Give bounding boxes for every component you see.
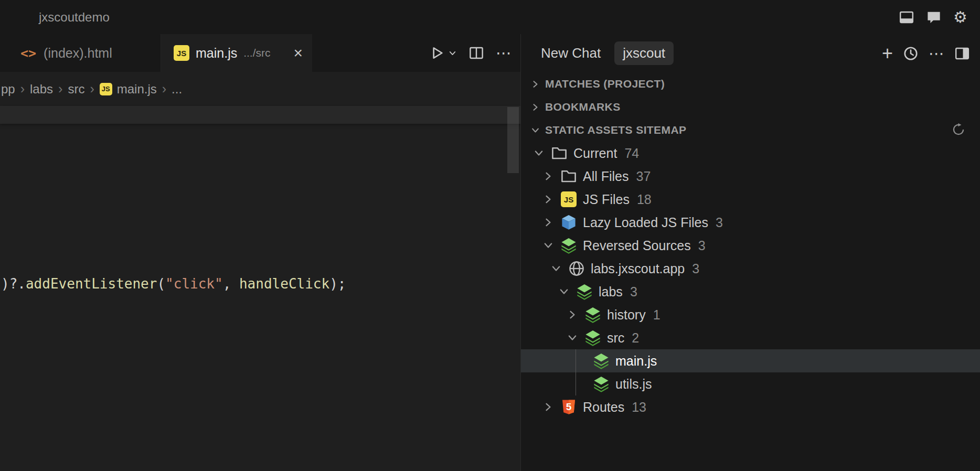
tree-item-label: main.js bbox=[615, 354, 657, 369]
window-title: jxscoutdemo bbox=[39, 10, 110, 25]
gear-icon[interactable]: ⚙ bbox=[953, 9, 967, 25]
code-token: ); bbox=[329, 276, 346, 292]
tree-item-labs[interactable]: labs 3 bbox=[521, 280, 980, 303]
tree-item-count: 1 bbox=[653, 307, 661, 323]
close-icon[interactable]: × bbox=[293, 45, 303, 61]
chevron-down-icon[interactable] bbox=[531, 146, 546, 160]
breadcrumb-item[interactable]: src bbox=[68, 82, 84, 97]
sitemap-tree: MATCHES (PROJECT) BOOKMARKS STATIC ASSET… bbox=[521, 72, 980, 419]
layers-green-icon bbox=[584, 306, 602, 324]
more-actions-icon[interactable]: ⋯ bbox=[496, 45, 512, 61]
layers-green-icon bbox=[592, 375, 610, 393]
chevron-down-icon[interactable] bbox=[448, 49, 457, 58]
vscode-window: jxscoutdemo ⚙ <> (index).html JS main.js… bbox=[0, 0, 980, 471]
layers-green-icon bbox=[576, 283, 593, 301]
js-icon: JS bbox=[100, 83, 112, 95]
chevron-right-icon[interactable] bbox=[528, 100, 542, 114]
folder-icon bbox=[560, 167, 578, 185]
tab-main-js[interactable]: JS main.js .../src × bbox=[161, 34, 312, 72]
section-label: STATIC ASSETS SITEMAP bbox=[545, 124, 686, 136]
chevron-right-icon[interactable] bbox=[528, 77, 542, 91]
sticky-scroll-band bbox=[0, 106, 520, 124]
breadcrumb-item[interactable]: labs bbox=[30, 82, 53, 97]
tab-bar: <> (index).html JS main.js .../src × bbox=[0, 34, 520, 72]
section-bookmarks[interactable]: BOOKMARKS bbox=[521, 95, 980, 119]
run-button[interactable] bbox=[429, 45, 457, 61]
breadcrumb-item[interactable]: ... bbox=[172, 82, 182, 97]
tab-jxscout[interactable]: jxscout bbox=[614, 41, 674, 65]
code-editor[interactable]: )?.addEventListener("click", handleClick… bbox=[0, 106, 520, 471]
tree-item-all-files[interactable]: All Files 37 bbox=[521, 165, 980, 188]
tree-item-count: 2 bbox=[632, 330, 639, 346]
scrollbar-thumb[interactable] bbox=[507, 107, 519, 173]
chevron-down-icon[interactable] bbox=[557, 284, 571, 299]
tree-item-src[interactable]: src 2 bbox=[521, 326, 980, 349]
layers-green-icon bbox=[584, 329, 602, 347]
chevron-separator-icon: › bbox=[162, 81, 166, 97]
code-token: handleClick bbox=[239, 276, 329, 292]
tree-item-label: labs.jxscout.app bbox=[591, 261, 685, 276]
split-editor-icon[interactable] bbox=[468, 45, 484, 61]
code-token: , bbox=[223, 276, 239, 292]
section-label: BOOKMARKS bbox=[545, 101, 621, 113]
tree-item-lazy-loaded-js-files[interactable]: Lazy Loaded JS Files 3 bbox=[521, 211, 980, 234]
panel-bottom-icon[interactable] bbox=[899, 9, 914, 25]
panel-right-icon[interactable] bbox=[954, 46, 970, 61]
chevron-right-icon[interactable] bbox=[565, 307, 580, 322]
chevron-down-icon[interactable] bbox=[541, 238, 556, 253]
more-actions-icon[interactable]: ⋯ bbox=[929, 46, 944, 61]
code-token: )?. bbox=[1, 276, 26, 292]
breadcrumb-item: main.js bbox=[117, 82, 157, 97]
refresh-icon[interactable] bbox=[952, 123, 966, 137]
tree-item-label: JS Files bbox=[583, 192, 630, 207]
code-token: ( bbox=[157, 276, 165, 292]
editor-actions: ⋯ bbox=[429, 34, 512, 72]
editor-group: <> (index).html JS main.js .../src × bbox=[0, 34, 520, 471]
tree-item-label: Current bbox=[573, 146, 617, 161]
chevron-right-icon[interactable] bbox=[541, 215, 556, 230]
chat-icon[interactable] bbox=[926, 9, 942, 25]
chevron-separator-icon: › bbox=[90, 81, 94, 97]
plus-icon[interactable]: + bbox=[882, 44, 893, 63]
section-matches-project[interactable]: MATCHES (PROJECT) bbox=[521, 72, 980, 95]
html5-icon: 5 bbox=[560, 398, 578, 416]
svg-text:5: 5 bbox=[566, 401, 572, 412]
js-icon: JS bbox=[174, 45, 189, 61]
tree-item-labs-jxscout-app[interactable]: labs.jxscout.app 3 bbox=[521, 257, 980, 280]
play-icon bbox=[429, 45, 445, 61]
tree-item-count: 37 bbox=[636, 169, 651, 184]
breadcrumb-item-file[interactable]: JS main.js bbox=[100, 82, 157, 97]
tab-label: (index).html bbox=[44, 46, 112, 61]
chevron-down-icon[interactable] bbox=[549, 261, 563, 276]
tree-item-label: Lazy Loaded JS Files bbox=[583, 215, 708, 230]
chevron-down-icon[interactable] bbox=[528, 123, 542, 137]
layers-green-icon bbox=[560, 237, 578, 254]
breadcrumb-item[interactable]: pp bbox=[1, 82, 15, 97]
angle-brackets-icon: <> bbox=[20, 46, 36, 61]
tab-label: main.js bbox=[196, 46, 237, 61]
chevron-right-icon[interactable] bbox=[541, 169, 556, 184]
tree-item-utils-js[interactable]: utils.js bbox=[521, 372, 980, 395]
tree-item-js-files[interactable]: JS JS Files 18 bbox=[521, 188, 980, 211]
tree-item-routes[interactable]: 5 Routes 13 bbox=[521, 395, 980, 419]
tree-item-label: labs bbox=[599, 284, 623, 299]
tab-index-html[interactable]: <> (index).html bbox=[0, 34, 161, 72]
titlebar-actions: ⚙ bbox=[899, 0, 967, 34]
tree-item-main-js[interactable]: main.js bbox=[521, 349, 980, 372]
tree-item-reversed-sources[interactable]: Reversed Sources 3 bbox=[521, 234, 980, 257]
tree-item-current[interactable]: Current 74 bbox=[521, 142, 980, 165]
chevron-right-icon[interactable] bbox=[541, 400, 556, 414]
tree-item-count: 18 bbox=[637, 192, 652, 207]
tree-item-history[interactable]: history 1 bbox=[521, 303, 980, 326]
code-token: addEventListener bbox=[26, 276, 157, 292]
chevron-down-icon[interactable] bbox=[565, 330, 580, 345]
chevron-right-icon[interactable] bbox=[541, 192, 556, 207]
history-clock-icon[interactable] bbox=[903, 46, 919, 61]
js-icon: JS bbox=[560, 190, 578, 208]
new-chat-button[interactable]: New Chat bbox=[541, 45, 601, 61]
titlebar: jxscoutdemo ⚙ bbox=[0, 0, 980, 34]
code-token: "click" bbox=[165, 276, 223, 292]
section-static-assets-sitemap[interactable]: STATIC ASSETS SITEMAP bbox=[521, 119, 980, 142]
globe-icon bbox=[568, 260, 585, 277]
tree-item-label: utils.js bbox=[615, 377, 652, 392]
